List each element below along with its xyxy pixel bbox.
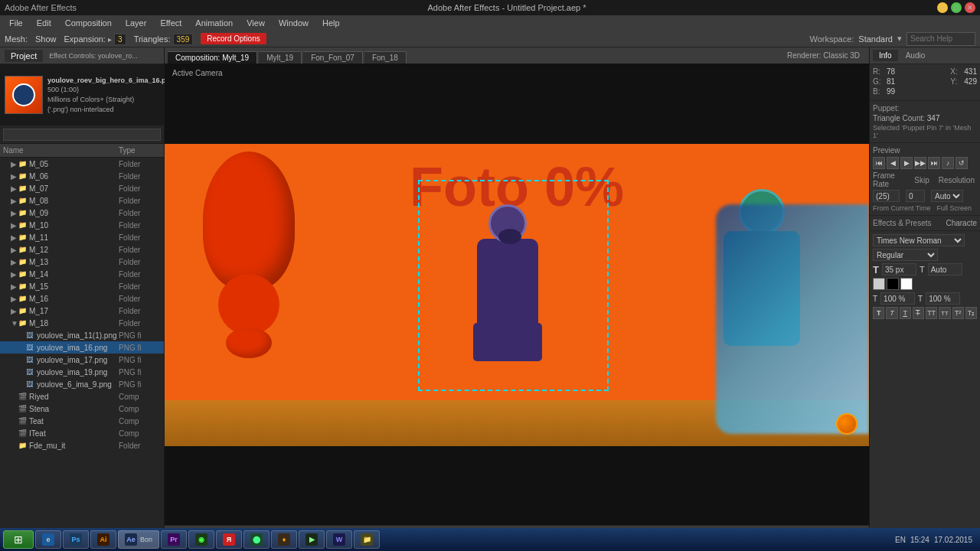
lang-indicator: EN	[895, 536, 906, 544]
menu-layer[interactable]: Layer	[119, 17, 153, 29]
project-item-16[interactable]: 🖼youlove_ima_17.pngPNG fi	[0, 354, 164, 366]
project-item-18[interactable]: 🖼youlove_6_ima_9.pngPNG fi	[0, 378, 164, 390]
menu-help[interactable]: Help	[316, 17, 346, 29]
underline-btn[interactable]: T	[900, 307, 911, 319]
pi-name-22: ITeat	[29, 429, 119, 438]
taskbar-ie[interactable]: e	[35, 530, 61, 549]
project-item-15[interactable]: 🖼youlove_ima_16.pngPNG fi	[0, 341, 164, 354]
search-help-input[interactable]	[906, 32, 975, 46]
viewer-tab-3[interactable]: Fon_18	[364, 51, 407, 64]
taskbar-ps[interactable]: Ps	[63, 530, 89, 549]
taskbar-app8[interactable]: ⬤	[243, 530, 270, 549]
menu-edit[interactable]: Edit	[31, 17, 57, 29]
full-screen-label[interactable]: Full Screen	[937, 204, 972, 212]
allcaps-btn[interactable]: TT	[926, 307, 937, 319]
tab-effect-controls[interactable]: Effect Controls: youlove_ro...	[43, 51, 143, 61]
project-item-13[interactable]: ▼📁M_18Folder	[0, 317, 164, 329]
project-item-1[interactable]: ▶📁M_06Folder	[0, 170, 164, 182]
viewer-tab-1[interactable]: Mylt_19	[259, 51, 302, 64]
project-item-5[interactable]: ▶📁M_10Folder	[0, 219, 164, 231]
minimize-button[interactable]: —	[937, 2, 948, 13]
taskbar-app11[interactable]: W	[326, 530, 352, 549]
project-item-0[interactable]: ▶📁M_05Folder	[0, 158, 164, 170]
tracking-input[interactable]	[880, 292, 915, 305]
prev-fwd[interactable]: ▶▶	[914, 157, 926, 169]
skip-input[interactable]	[906, 190, 925, 202]
font-size-input[interactable]	[882, 263, 916, 276]
prev-loop[interactable]: ↺	[956, 157, 968, 169]
menu-file[interactable]: File	[3, 17, 29, 29]
taskbar-pr[interactable]: Pr	[161, 530, 187, 549]
character-label[interactable]: Characte	[946, 219, 977, 227]
taskbar-app9[interactable]: ♦	[271, 530, 297, 549]
triangles-value[interactable]: 359	[173, 34, 194, 45]
project-item-23[interactable]: 📁Fde_mu_itFolder	[0, 439, 164, 452]
project-item-11[interactable]: ▶📁M_16Folder	[0, 292, 164, 305]
project-item-14[interactable]: 🖼youlove_ima_11(1).pngPNG fi	[0, 329, 164, 341]
strikethrough-btn[interactable]: T̶	[913, 307, 924, 319]
smallcaps-btn[interactable]: TT	[939, 307, 950, 319]
project-item-20[interactable]: 🎬StenaComp	[0, 403, 164, 415]
taskbar-explorer[interactable]: 📁	[354, 530, 380, 549]
project-item-4[interactable]: ▶📁M_09Folder	[0, 207, 164, 219]
fps-input[interactable]	[873, 190, 900, 202]
pi-icon-19: 🎬	[18, 393, 29, 400]
project-item-10[interactable]: ▶📁M_15Folder	[0, 280, 164, 292]
taskbar-ya[interactable]: Я	[216, 530, 242, 549]
project-item-22[interactable]: 🎬ITeatComp	[0, 427, 164, 439]
viewer-tab-2[interactable]: Fon_Fon_07	[303, 51, 363, 64]
scale-input[interactable]	[926, 292, 960, 305]
prev-back[interactable]: ◀	[887, 157, 899, 169]
record-options-button[interactable]: Record Options	[201, 33, 266, 44]
taskbar-ai[interactable]: Ai	[90, 530, 116, 549]
menu-effect[interactable]: Effect	[154, 17, 188, 29]
project-item-8[interactable]: ▶📁M_13Folder	[0, 256, 164, 268]
menu-composition[interactable]: Composition	[59, 17, 118, 29]
from-current-time[interactable]: From Current Time	[873, 204, 931, 212]
close-button[interactable]: ✕	[965, 2, 975, 13]
pi-icon-3: 📁	[18, 197, 29, 204]
expansion-value[interactable]: 3	[114, 34, 126, 45]
leading-input[interactable]	[928, 263, 962, 276]
fill-color[interactable]	[873, 278, 885, 290]
project-item-3[interactable]: ▶📁M_08Folder	[0, 194, 164, 207]
project-item-21[interactable]: 🎬TeatComp	[0, 415, 164, 427]
taskbar-ae[interactable]: Ae Bon	[118, 530, 159, 549]
project-item-7[interactable]: ▶📁M_12Folder	[0, 243, 164, 256]
project-search-input[interactable]	[3, 129, 161, 141]
sub-btn[interactable]: T₂	[965, 307, 977, 319]
res-select[interactable]: Auto	[931, 190, 963, 202]
pi-arrow-6: ▶	[11, 233, 18, 242]
project-item-17[interactable]: 🖼youlove_ima_19.pngPNG fi	[0, 366, 164, 378]
show-label[interactable]: Show	[35, 34, 57, 44]
menu-animation[interactable]: Animation	[189, 17, 239, 29]
super-btn[interactable]: T²	[952, 307, 964, 319]
italic-btn[interactable]: T	[886, 307, 897, 319]
menu-view[interactable]: View	[240, 17, 271, 29]
maximize-button[interactable]: □	[951, 2, 962, 13]
tab-project[interactable]: Project	[5, 50, 43, 62]
bold-btn[interactable]: T	[873, 307, 884, 319]
project-item-6[interactable]: ▶📁M_11Folder	[0, 231, 164, 243]
font-style-select[interactable]: Regular	[873, 249, 938, 261]
stroke-color[interactable]	[887, 278, 899, 290]
fill-over-stroke[interactable]	[900, 278, 913, 290]
project-item-2[interactable]: ▶📁M_07Folder	[0, 182, 164, 194]
tab-audio[interactable]: Audio	[900, 50, 932, 61]
menu-window[interactable]: Window	[273, 17, 315, 29]
prev-last[interactable]: ⏭	[928, 157, 940, 169]
prev-first[interactable]: ⏮	[873, 157, 885, 169]
taskbar-app10[interactable]: ▶	[299, 530, 325, 549]
project-item-9[interactable]: ▶📁M_14Folder	[0, 268, 164, 280]
taskbar-app6[interactable]: ◉	[188, 530, 214, 549]
font-family-select[interactable]: Times New Roman	[873, 234, 965, 246]
viewer-tab-0[interactable]: Composition: Mylt_19	[168, 51, 257, 64]
prev-play[interactable]: ▶	[900, 157, 913, 169]
tab-info[interactable]: Info	[873, 50, 898, 61]
viewer-area[interactable]: Active Camera Foto 0%	[165, 64, 869, 525]
project-item-12[interactable]: ▶📁M_17Folder	[0, 305, 164, 317]
start-button[interactable]: ⊞	[3, 530, 34, 549]
project-item-19[interactable]: 🎬RiyedComp	[0, 390, 164, 403]
prev-audio[interactable]: ♪	[942, 157, 954, 169]
workspace-arrow[interactable]: ▾	[897, 34, 902, 44]
